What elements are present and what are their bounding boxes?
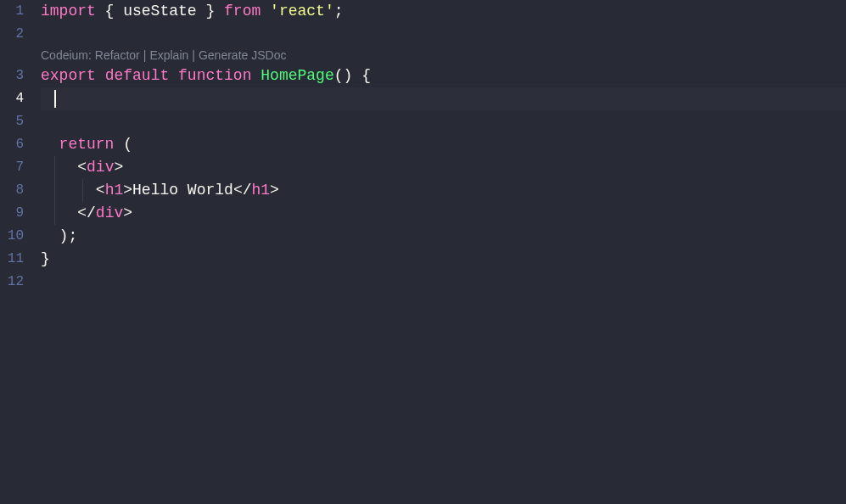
codelens-refactor[interactable]: Refactor bbox=[95, 48, 140, 62]
function-name: HomePage bbox=[261, 67, 333, 84]
code-line[interactable]: </div> bbox=[41, 202, 846, 225]
keyword-export: export bbox=[41, 67, 96, 84]
indent-guide bbox=[54, 202, 55, 225]
line-gutter: 1 2 3 4 5 6 7 8 9 10 11 12 bbox=[0, 0, 41, 504]
identifier: useState bbox=[123, 3, 196, 20]
line-number: 7 bbox=[0, 156, 24, 179]
codelens-row: Codeium: Refactor|Explain|Generate JSDoc bbox=[41, 46, 846, 64]
tag-bracket: > bbox=[270, 182, 279, 199]
tag-bracket: > bbox=[114, 159, 123, 176]
brace: } bbox=[41, 250, 50, 267]
tag-bracket: </ bbox=[233, 182, 252, 199]
line-number: 5 bbox=[0, 110, 24, 133]
string-literal: 'react' bbox=[270, 3, 334, 20]
brace: { bbox=[96, 3, 123, 20]
code-line[interactable]: ); bbox=[41, 225, 846, 248]
line-number-active: 4 bbox=[0, 87, 24, 110]
line-number: 6 bbox=[0, 133, 24, 156]
indent-guide bbox=[82, 179, 83, 202]
jsx-tag: h1 bbox=[105, 182, 124, 199]
codelens-separator: | bbox=[192, 48, 195, 62]
jsx-text: Hello World bbox=[132, 182, 233, 199]
brace: { bbox=[352, 67, 371, 84]
code-line-empty[interactable] bbox=[41, 271, 846, 294]
parens: () bbox=[334, 67, 353, 84]
keyword-from: from bbox=[224, 3, 261, 20]
code-line[interactable]: export default function HomePage() { bbox=[41, 64, 846, 87]
codelens-gutter-spacer bbox=[0, 46, 24, 64]
line-number: 12 bbox=[0, 271, 24, 294]
line-number: 1 bbox=[0, 0, 24, 23]
keyword-function: function bbox=[178, 67, 251, 84]
codelens-generate-jsdoc[interactable]: Generate JSDoc bbox=[199, 48, 287, 62]
tag-bracket: > bbox=[123, 182, 132, 199]
space bbox=[261, 3, 270, 20]
code-line[interactable]: return ( bbox=[41, 133, 846, 156]
tag-bracket: < bbox=[96, 182, 105, 199]
code-line[interactable]: } bbox=[41, 248, 846, 271]
semicolon: ; bbox=[68, 227, 77, 244]
indent-guide bbox=[54, 179, 55, 202]
codelens-explain[interactable]: Explain bbox=[149, 48, 188, 62]
line-number: 3 bbox=[0, 64, 24, 87]
line-number: 9 bbox=[0, 202, 24, 225]
jsx-tag: div bbox=[96, 204, 123, 221]
line-number: 2 bbox=[0, 23, 24, 46]
code-area[interactable]: import { useState } from 'react'; Codeiu… bbox=[41, 0, 846, 504]
tag-bracket: </ bbox=[77, 204, 96, 221]
indent-guide bbox=[54, 156, 55, 179]
jsx-tag: h1 bbox=[251, 182, 270, 199]
tag-bracket: < bbox=[77, 159, 87, 176]
codelens-separator: | bbox=[143, 48, 147, 62]
line-number: 10 bbox=[0, 225, 24, 248]
keyword-return: return bbox=[59, 136, 115, 153]
jsx-tag: div bbox=[87, 159, 114, 176]
code-line-current[interactable] bbox=[41, 87, 846, 110]
code-line[interactable]: <div> bbox=[41, 156, 846, 179]
line-number: 11 bbox=[0, 248, 24, 271]
paren: ( bbox=[114, 136, 132, 153]
codelens-prefix: Codeium: bbox=[41, 48, 92, 62]
code-editor[interactable]: 1 2 3 4 5 6 7 8 9 10 11 12 import { useS… bbox=[0, 0, 846, 504]
paren: ) bbox=[59, 227, 69, 244]
semicolon: ; bbox=[334, 3, 344, 20]
keyword-import: import bbox=[41, 3, 96, 20]
brace: } bbox=[197, 3, 224, 20]
code-line[interactable]: import { useState } from 'react'; bbox=[41, 0, 846, 23]
tag-bracket: > bbox=[123, 204, 132, 221]
keyword-default: default bbox=[105, 67, 170, 84]
line-number: 8 bbox=[0, 179, 24, 202]
cursor bbox=[54, 90, 56, 108]
code-line-empty[interactable] bbox=[41, 23, 846, 46]
code-line-empty[interactable] bbox=[41, 110, 846, 133]
code-line[interactable]: <h1>Hello World</h1> bbox=[41, 179, 846, 202]
